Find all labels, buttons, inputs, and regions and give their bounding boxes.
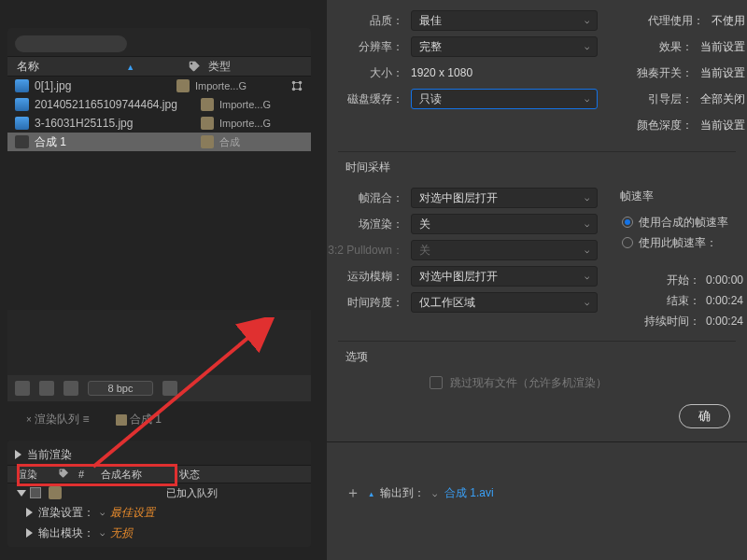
queue-row[interactable]: 已加入队列 <box>7 483 311 502</box>
chevron-down-icon[interactable]: ▸ <box>366 491 375 496</box>
label-swatch[interactable] <box>201 117 214 130</box>
proxy-value: 不使用 <box>712 13 747 29</box>
label-swatch[interactable] <box>49 486 62 499</box>
chevron-down-icon: ⌵ <box>585 193 589 203</box>
project-item-name: 3-16031H25115.jpg <box>35 117 195 130</box>
chevron-down-icon: ⌵ <box>585 42 589 51</box>
close-icon[interactable]: × <box>26 414 32 425</box>
skip-existing-label: 跳过现有文件（允许多机渲染） <box>450 375 607 391</box>
chevron-down-icon: ⌵ <box>585 16 589 25</box>
frame-rate-option-comp[interactable]: 使用合成的帧速率 <box>616 212 747 232</box>
tag-icon <box>188 60 201 73</box>
tab-render-queue[interactable]: × 渲染队列 ≡ <box>7 408 103 431</box>
composition-icon <box>15 135 29 148</box>
project-list: 0[1].jpg Importe...G 2014052116510974446… <box>7 77 311 310</box>
bpc-toggle[interactable]: 8 bpc <box>88 381 153 396</box>
proxy-label: 代理使用： <box>607 13 712 29</box>
frame-rate-option-custom[interactable]: 使用此帧速率： <box>616 232 747 253</box>
motion-blur-dropdown[interactable]: 对选中图层打开⌵ <box>411 266 598 287</box>
new-folder-icon[interactable] <box>39 381 54 396</box>
project-item-name: 合成 1 <box>35 134 195 150</box>
col-tag[interactable] <box>188 60 204 74</box>
depth-value: 当前设置 <box>700 118 747 133</box>
pulldown-dropdown: 关⌵ <box>411 240 598 260</box>
project-item-name: 20140521165109744464.jpg <box>35 98 195 111</box>
file-icon <box>15 117 29 130</box>
field-render-dropdown[interactable]: 关⌵ <box>411 214 598 234</box>
type-icon <box>290 79 303 92</box>
project-columns-header: 名称 ▲ 类型 <box>7 56 311 77</box>
chevron-down-icon: ⌵ <box>585 245 589 255</box>
new-comp-icon[interactable] <box>63 381 78 396</box>
bottom-tabs: × 渲染队列 ≡ 合成 1 <box>7 407 311 431</box>
chevron-down-icon[interactable]: ⌵ <box>100 528 105 538</box>
ok-button[interactable]: 确 <box>679 404 730 428</box>
effects-value: 当前设置 <box>700 39 747 55</box>
project-row[interactable]: 0[1].jpg Importe...G <box>7 77 311 95</box>
label-swatch[interactable] <box>201 135 214 148</box>
project-item-type: Importe...G <box>219 118 303 129</box>
plus-icon[interactable]: ＋ <box>345 486 360 501</box>
output-module-link[interactable]: 无损 <box>110 525 133 541</box>
output-module-row[interactable]: 输出模块： ⌵ 无损 <box>7 523 311 543</box>
project-row[interactable]: 20140521165109744464.jpg Importe...G <box>7 95 311 114</box>
motion-blur-label: 运动模糊： <box>327 269 411 285</box>
render-checkbox[interactable] <box>30 487 41 498</box>
output-module-label: 输出模块： <box>38 525 94 541</box>
disclosure-down-icon[interactable] <box>17 490 26 497</box>
col-num[interactable]: # <box>78 469 97 480</box>
col-name[interactable]: 名称 ▲ <box>17 59 184 75</box>
quality-dropdown[interactable]: 最佳⌵ <box>411 10 598 31</box>
project-item-type: Importe...G <box>195 80 279 91</box>
render-settings-link[interactable]: 最佳设置 <box>110 505 155 521</box>
project-item-name: 0[1].jpg <box>35 79 171 92</box>
col-tag[interactable] <box>58 468 75 481</box>
project-row[interactable]: 合成 1 合成 <box>7 133 311 151</box>
label-swatch[interactable] <box>176 79 190 92</box>
disclosure-icon[interactable] <box>26 528 33 538</box>
time-span-dropdown[interactable]: 仅工作区域⌵ <box>411 292 598 313</box>
col-type[interactable]: 类型 <box>208 59 302 75</box>
output-to-label: 输出到： <box>380 485 425 501</box>
label-swatch[interactable] <box>201 98 214 111</box>
render-settings-row[interactable]: 渲染设置： ⌵ 最佳设置 <box>7 502 311 523</box>
file-icon <box>15 79 29 92</box>
dialog-body: 品质： 最佳⌵ 分辨率： 完整⌵ 大小： 1920 x 1080 磁盘缓存： <box>327 0 747 457</box>
col-render[interactable]: 渲染 <box>17 468 54 482</box>
col-comp[interactable]: 合成名称 <box>101 468 176 482</box>
file-icon <box>15 98 29 111</box>
skip-existing-checkbox <box>430 376 443 389</box>
output-to-link[interactable]: 合成 1.avi <box>444 485 494 501</box>
effects-label: 效果： <box>607 39 700 55</box>
chevron-down-icon: ⌵ <box>585 94 589 104</box>
resolution-dropdown[interactable]: 完整⌵ <box>411 36 598 57</box>
time-sampling-title: 时间采样 <box>327 152 747 181</box>
disk-cache-dropdown[interactable]: 只读⌵ <box>411 89 598 109</box>
project-footer: 8 bpc <box>7 375 311 401</box>
chevron-down-icon[interactable]: ⌵ <box>432 489 437 498</box>
end-value: 0:00:24 <box>706 294 747 307</box>
time-info: 开始： 0:00:00 结束： 0:00:24 持续时间： 0:00:24 <box>616 270 747 331</box>
guide-label: 引导层： <box>607 91 700 107</box>
tab-comp1[interactable]: 合成 1 <box>103 408 175 431</box>
current-render-header[interactable]: 当前渲染 <box>7 444 311 465</box>
quality-label: 品质： <box>327 13 411 29</box>
radio-checked-icon <box>622 217 633 228</box>
project-row[interactable]: 3-16031H25115.jpg Importe...G <box>7 114 311 133</box>
render-settings-label: 渲染设置： <box>38 505 94 521</box>
project-panel-container: 名称 ▲ 类型 0[1].jpg Importe...G <box>7 28 311 551</box>
project-panel: 名称 ▲ 类型 0[1].jpg Importe...G <box>7 28 311 401</box>
frame-blend-dropdown[interactable]: 对选中图层打开⌵ <box>411 188 598 208</box>
trash-icon[interactable] <box>162 381 177 396</box>
disclosure-icon <box>15 450 21 459</box>
frame-blend-label: 帧混合： <box>327 190 411 206</box>
footer-icon[interactable] <box>15 381 30 396</box>
col-status[interactable]: 状态 <box>179 468 302 482</box>
guide-value: 全部关闭 <box>700 91 747 107</box>
disclosure-icon[interactable] <box>26 508 33 517</box>
project-search-input[interactable] <box>15 35 127 52</box>
disk-cache-label: 磁盘缓存： <box>327 91 411 107</box>
queue-status: 已加入队列 <box>166 486 218 500</box>
solo-label: 独奏开关： <box>607 65 700 81</box>
chevron-down-icon[interactable]: ⌵ <box>100 508 105 517</box>
